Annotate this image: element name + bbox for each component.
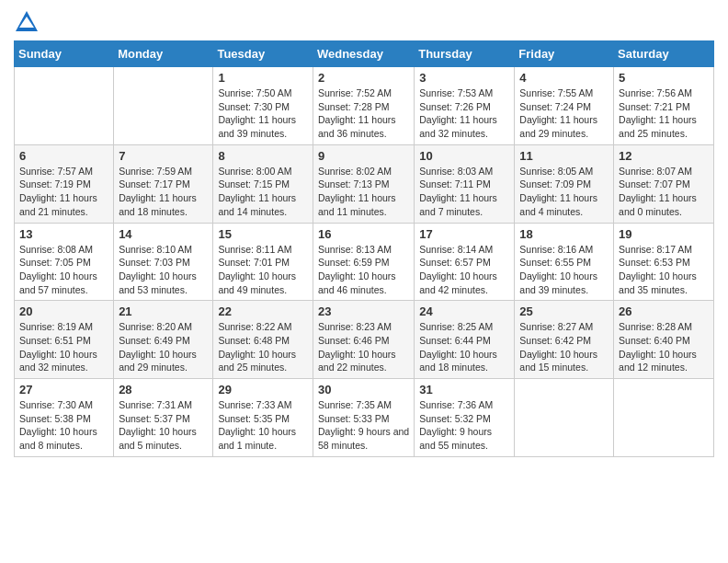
day-number: 22 xyxy=(218,304,308,318)
day-cell: 14Sunrise: 8:10 AM Sunset: 7:03 PM Dayli… xyxy=(114,223,213,301)
day-number: 16 xyxy=(318,227,409,241)
day-number: 10 xyxy=(419,149,509,163)
day-cell: 23Sunrise: 8:23 AM Sunset: 6:46 PM Dayli… xyxy=(313,301,414,379)
day-info: Sunrise: 8:10 AM Sunset: 7:03 PM Dayligh… xyxy=(119,243,208,297)
logo-icon xyxy=(14,9,40,35)
day-info: Sunrise: 7:33 AM Sunset: 5:35 PM Dayligh… xyxy=(218,398,308,453)
day-number: 5 xyxy=(619,71,709,85)
week-row-4: 20Sunrise: 8:19 AM Sunset: 6:51 PM Dayli… xyxy=(15,301,714,379)
day-number: 24 xyxy=(419,304,509,318)
day-number: 14 xyxy=(119,227,208,241)
day-number: 17 xyxy=(419,227,509,241)
weekday-header-row: SundayMondayTuesdayWednesdayThursdayFrid… xyxy=(15,41,714,67)
day-cell: 4Sunrise: 7:55 AM Sunset: 7:24 PM Daylig… xyxy=(515,67,614,145)
calendar-container: SundayMondayTuesdayWednesdayThursdayFrid… xyxy=(0,0,728,471)
day-info: Sunrise: 8:16 AM Sunset: 6:55 PM Dayligh… xyxy=(519,243,609,297)
day-cell: 8Sunrise: 8:00 AM Sunset: 7:15 PM Daylig… xyxy=(213,144,313,223)
day-info: Sunrise: 7:56 AM Sunset: 7:21 PM Dayligh… xyxy=(619,86,709,141)
day-info: Sunrise: 8:28 AM Sunset: 6:40 PM Dayligh… xyxy=(619,320,709,374)
day-number: 6 xyxy=(19,149,108,163)
day-cell xyxy=(515,379,614,457)
day-number: 27 xyxy=(19,383,108,396)
day-cell: 17Sunrise: 8:14 AM Sunset: 6:57 PM Dayli… xyxy=(415,223,515,301)
day-cell: 7Sunrise: 7:59 AM Sunset: 7:17 PM Daylig… xyxy=(114,144,213,223)
day-number: 23 xyxy=(318,304,409,318)
day-info: Sunrise: 8:20 AM Sunset: 6:49 PM Dayligh… xyxy=(119,320,208,374)
day-number: 7 xyxy=(119,149,208,163)
weekday-header-saturday: Saturday xyxy=(614,41,714,67)
day-cell xyxy=(15,67,114,145)
day-cell: 30Sunrise: 7:35 AM Sunset: 5:33 PM Dayli… xyxy=(313,379,414,457)
day-cell: 26Sunrise: 8:28 AM Sunset: 6:40 PM Dayli… xyxy=(614,301,714,379)
day-info: Sunrise: 8:13 AM Sunset: 6:59 PM Dayligh… xyxy=(318,243,409,297)
weekday-header-thursday: Thursday xyxy=(415,41,515,67)
day-cell: 11Sunrise: 8:05 AM Sunset: 7:09 PM Dayli… xyxy=(515,144,614,223)
day-number: 9 xyxy=(318,149,409,163)
day-number: 18 xyxy=(519,227,609,241)
day-number: 20 xyxy=(19,304,108,318)
day-info: Sunrise: 8:08 AM Sunset: 7:05 PM Dayligh… xyxy=(19,243,108,297)
day-info: Sunrise: 7:36 AM Sunset: 5:32 PM Dayligh… xyxy=(419,398,509,453)
day-number: 12 xyxy=(619,149,709,163)
day-cell: 9Sunrise: 8:02 AM Sunset: 7:13 PM Daylig… xyxy=(313,144,414,223)
day-cell: 28Sunrise: 7:31 AM Sunset: 5:37 PM Dayli… xyxy=(114,379,213,457)
day-info: Sunrise: 7:35 AM Sunset: 5:33 PM Dayligh… xyxy=(318,398,409,453)
day-info: Sunrise: 8:02 AM Sunset: 7:13 PM Dayligh… xyxy=(318,165,409,219)
day-info: Sunrise: 8:05 AM Sunset: 7:09 PM Dayligh… xyxy=(519,165,609,219)
day-info: Sunrise: 7:31 AM Sunset: 5:37 PM Dayligh… xyxy=(119,398,208,453)
weekday-header-tuesday: Tuesday xyxy=(213,41,313,67)
day-cell: 19Sunrise: 8:17 AM Sunset: 6:53 PM Dayli… xyxy=(614,223,714,301)
day-number: 26 xyxy=(619,304,709,318)
day-info: Sunrise: 7:52 AM Sunset: 7:28 PM Dayligh… xyxy=(318,86,409,141)
day-cell: 25Sunrise: 8:27 AM Sunset: 6:42 PM Dayli… xyxy=(515,301,614,379)
weekday-header-sunday: Sunday xyxy=(15,41,114,67)
day-cell: 24Sunrise: 8:25 AM Sunset: 6:44 PM Dayli… xyxy=(415,301,515,379)
day-info: Sunrise: 7:59 AM Sunset: 7:17 PM Dayligh… xyxy=(119,165,208,219)
logo xyxy=(14,9,43,35)
day-info: Sunrise: 7:30 AM Sunset: 5:38 PM Dayligh… xyxy=(19,398,108,453)
day-cell: 13Sunrise: 8:08 AM Sunset: 7:05 PM Dayli… xyxy=(15,223,114,301)
day-info: Sunrise: 8:14 AM Sunset: 6:57 PM Dayligh… xyxy=(419,243,509,297)
day-info: Sunrise: 8:22 AM Sunset: 6:48 PM Dayligh… xyxy=(218,320,308,374)
day-info: Sunrise: 8:11 AM Sunset: 7:01 PM Dayligh… xyxy=(218,243,308,297)
day-info: Sunrise: 8:19 AM Sunset: 6:51 PM Dayligh… xyxy=(19,320,108,374)
day-info: Sunrise: 8:25 AM Sunset: 6:44 PM Dayligh… xyxy=(419,320,509,374)
day-cell: 21Sunrise: 8:20 AM Sunset: 6:49 PM Dayli… xyxy=(114,301,213,379)
day-cell: 2Sunrise: 7:52 AM Sunset: 7:28 PM Daylig… xyxy=(313,67,414,145)
day-number: 4 xyxy=(519,71,609,85)
day-info: Sunrise: 8:23 AM Sunset: 6:46 PM Dayligh… xyxy=(318,320,409,374)
day-info: Sunrise: 7:57 AM Sunset: 7:19 PM Dayligh… xyxy=(19,165,108,219)
week-row-3: 13Sunrise: 8:08 AM Sunset: 7:05 PM Dayli… xyxy=(15,223,714,301)
header xyxy=(14,9,714,35)
day-info: Sunrise: 8:00 AM Sunset: 7:15 PM Dayligh… xyxy=(218,165,308,219)
day-cell: 10Sunrise: 8:03 AM Sunset: 7:11 PM Dayli… xyxy=(415,144,515,223)
day-info: Sunrise: 7:53 AM Sunset: 7:26 PM Dayligh… xyxy=(419,86,509,141)
day-cell: 16Sunrise: 8:13 AM Sunset: 6:59 PM Dayli… xyxy=(313,223,414,301)
day-number: 25 xyxy=(519,304,609,318)
day-info: Sunrise: 8:17 AM Sunset: 6:53 PM Dayligh… xyxy=(619,243,709,297)
day-number: 15 xyxy=(218,227,308,241)
day-info: Sunrise: 8:03 AM Sunset: 7:11 PM Dayligh… xyxy=(419,165,509,219)
day-number: 19 xyxy=(619,227,709,241)
day-number: 2 xyxy=(318,71,409,85)
day-cell xyxy=(114,67,213,145)
day-cell: 20Sunrise: 8:19 AM Sunset: 6:51 PM Dayli… xyxy=(15,301,114,379)
week-row-5: 27Sunrise: 7:30 AM Sunset: 5:38 PM Dayli… xyxy=(15,379,714,457)
day-number: 3 xyxy=(419,71,509,85)
weekday-header-wednesday: Wednesday xyxy=(313,41,414,67)
day-number: 28 xyxy=(119,383,208,396)
day-cell: 22Sunrise: 8:22 AM Sunset: 6:48 PM Dayli… xyxy=(213,301,313,379)
calendar-table: SundayMondayTuesdayWednesdayThursdayFrid… xyxy=(14,40,714,457)
day-number: 29 xyxy=(218,383,308,396)
weekday-header-friday: Friday xyxy=(515,41,614,67)
day-number: 31 xyxy=(419,383,509,396)
day-number: 30 xyxy=(318,383,409,396)
day-number: 8 xyxy=(218,149,308,163)
day-cell: 27Sunrise: 7:30 AM Sunset: 5:38 PM Dayli… xyxy=(15,379,114,457)
day-info: Sunrise: 7:55 AM Sunset: 7:24 PM Dayligh… xyxy=(519,86,609,141)
day-number: 11 xyxy=(519,149,609,163)
day-number: 1 xyxy=(218,71,308,85)
day-cell: 5Sunrise: 7:56 AM Sunset: 7:21 PM Daylig… xyxy=(614,67,714,145)
day-cell: 6Sunrise: 7:57 AM Sunset: 7:19 PM Daylig… xyxy=(15,144,114,223)
day-cell: 29Sunrise: 7:33 AM Sunset: 5:35 PM Dayli… xyxy=(213,379,313,457)
